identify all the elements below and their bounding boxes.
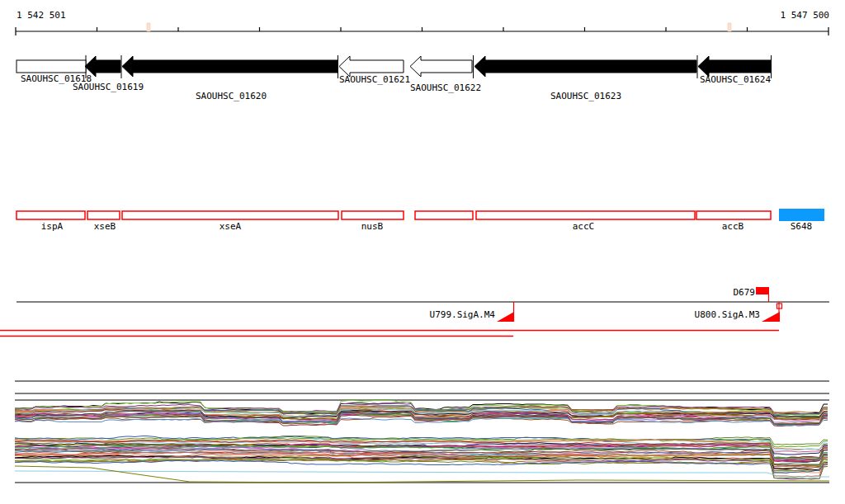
- ruler-start-label: 1 542 501: [17, 11, 66, 20]
- feature-box[interactable]: [696, 211, 771, 219]
- feature-label: accB: [700, 222, 766, 231]
- feature-box[interactable]: [122, 211, 338, 219]
- feature-box[interactable]: [342, 211, 404, 219]
- feature-label: xseA: [197, 222, 263, 231]
- marker-d679-label: D679: [673, 288, 755, 297]
- feature-box[interactable]: [87, 211, 120, 219]
- gene-arrow[interactable]: [122, 56, 338, 77]
- ruler-highlight-mark: [728, 23, 731, 31]
- feature-box[interactable]: [415, 211, 473, 219]
- gene-label: SAOUHSC_01622: [410, 83, 481, 92]
- ruler-end-label: 1 547 500: [706, 11, 829, 20]
- gene-label: SAOUHSC_01621: [339, 75, 410, 84]
- feature-label: accC: [550, 222, 616, 231]
- gene-arrow[interactable]: [474, 56, 696, 77]
- gene-label: SAOUHSC_01619: [73, 82, 144, 92]
- expression-stray-line: [15, 466, 829, 483]
- marker-u799-flag-triangle[interactable]: [497, 312, 514, 322]
- feature-box[interactable]: [17, 211, 85, 219]
- marker-d679-box[interactable]: [756, 287, 769, 294]
- marker-u800-label: U800.SigA.M3: [636, 310, 760, 319]
- gene-label: SAOUHSC_01623: [550, 92, 621, 101]
- marker-u800-flag-triangle[interactable]: [762, 312, 780, 322]
- gene-label: SAOUHSC_01620: [196, 92, 267, 101]
- gene-box[interactable]: [17, 60, 86, 73]
- blue-feature-box[interactable]: [779, 209, 824, 221]
- blue-feature-label: S648: [768, 222, 834, 231]
- feature-label: xseB: [72, 222, 138, 231]
- genome-browser-view: 1 542 5011 547 500SAOUHSC_01618SAOUHSC_0…: [0, 0, 845, 504]
- feature-box[interactable]: [476, 211, 695, 219]
- gene-arrow[interactable]: [410, 56, 472, 77]
- feature-label: nusB: [339, 222, 405, 231]
- marker-u799-label: U799.SigA.M4: [371, 310, 495, 319]
- ruler-highlight-mark: [147, 23, 150, 31]
- gene-label: SAOUHSC_01624: [700, 75, 771, 84]
